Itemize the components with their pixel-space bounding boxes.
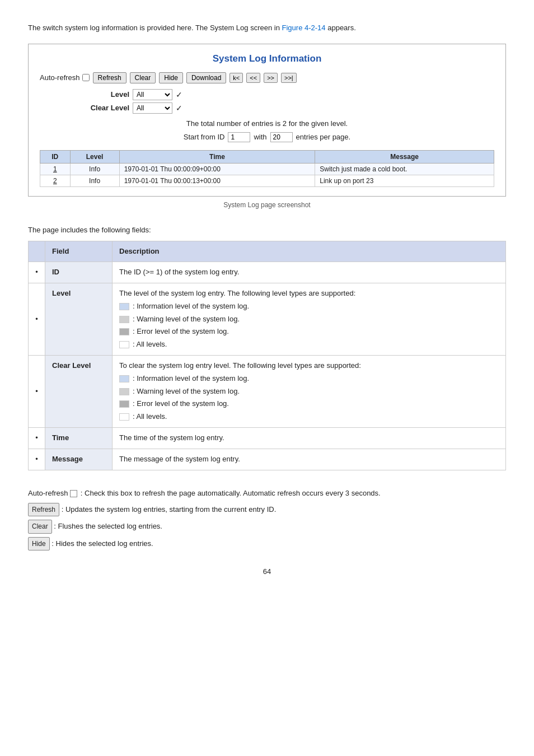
clear-level-checkmark: ✓ (176, 104, 182, 113)
fields-row: • ID The ID (>= 1) of the system log ent… (29, 262, 506, 283)
cell-message: Link up on port 23 (315, 175, 494, 186)
swatch-warn (119, 316, 129, 323)
field-desc-cell: The time of the system log entry. (113, 428, 506, 449)
field-desc-cell: The ID (>= 1) of the system log entry. (113, 262, 506, 283)
cell-time: 1970-01-01 Thu 00:00:13+00:00 (119, 175, 315, 186)
refresh-desc: Refresh : Updates the system log entries… (28, 503, 506, 516)
sub-item: : Warning level of the system log. (119, 386, 499, 398)
field-name: ID (45, 262, 113, 283)
bullet: • (29, 428, 45, 449)
level-select[interactable]: All Info Warning Error (133, 89, 172, 100)
field-desc: The ID (>= 1) of the system log entry. (119, 268, 239, 276)
swatch-error (119, 400, 129, 408)
level-label: Level (85, 90, 129, 99)
clear-desc-btn: Clear (28, 520, 52, 533)
sub-item-text: : Error level of the system log. (133, 326, 229, 338)
hide-desc-text: : Hides the selected log entries. (51, 539, 153, 548)
bullet: • (29, 283, 45, 356)
cell-time: 1970-01-01 Thu 00:00:09+00:00 (119, 163, 315, 175)
fields-header-desc: Description (113, 241, 506, 262)
with-label: with (254, 133, 266, 141)
cell-level: Info (70, 175, 119, 186)
hide-button[interactable]: Hide (159, 72, 183, 83)
swatch-error (119, 328, 129, 335)
auto-refresh-text: Auto-refresh (40, 73, 80, 82)
syslog-box: System Log Information Auto-refresh Refr… (28, 44, 506, 197)
refresh-desc-btn: Refresh (28, 503, 59, 516)
field-name: Level (45, 283, 113, 356)
cell-message: Switch just made a cold boot. (315, 163, 494, 175)
cell-id: 1 (40, 163, 71, 175)
swatch-warn (119, 388, 129, 395)
cell-id: 2 (40, 175, 71, 186)
col-time: Time (119, 150, 315, 163)
refresh-button[interactable]: Refresh (93, 72, 127, 83)
nav-prev-button[interactable]: << (246, 73, 260, 83)
intro-text: The switch system log information is pro… (28, 24, 282, 32)
sub-item-text: : All levels. (133, 339, 167, 351)
level-row: Level All Info Warning Error ✓ (85, 89, 494, 100)
field-name: Time (45, 428, 113, 449)
with-input[interactable] (270, 132, 293, 142)
field-desc: The message of the system log entry. (119, 455, 240, 463)
clear-level-select[interactable]: All Info Warning Error (133, 102, 172, 114)
desc-section: Auto-refresh : Check this box to refresh… (28, 487, 506, 550)
entries-label: entries per page. (296, 133, 351, 141)
clear-button[interactable]: Clear (130, 72, 156, 83)
sub-item: : Warning level of the system log. (119, 314, 499, 325)
fields-section-intro: The page includes the following fields: (28, 226, 506, 234)
sub-item: : All levels. (119, 339, 499, 351)
clear-desc: Clear : Flushes the selected log entries… (28, 520, 506, 533)
sub-item: : Information level of the system log. (119, 373, 499, 385)
toolbar: Auto-refresh Refresh Clear Hide Download… (40, 72, 494, 83)
info-text: The total number of entries is 2 for the… (40, 119, 494, 128)
intro-paragraph: The switch system log information is pro… (28, 22, 506, 34)
fields-row: • Clear Level To clear the system log en… (29, 356, 506, 428)
figure-link[interactable]: Figure 4-2-14 (282, 24, 326, 32)
field-name: Message (45, 449, 113, 470)
auto-refresh-desc: Auto-refresh : Check this box to refresh… (28, 487, 506, 500)
nav-next-button[interactable]: >> (264, 73, 278, 83)
col-id: ID (40, 150, 71, 163)
bullet: • (29, 262, 45, 283)
fields-header-name: Field (45, 241, 113, 262)
sub-item-text: : All levels. (133, 411, 167, 423)
field-desc: The time of the system log entry. (119, 433, 224, 442)
fields-row: • Time The time of the system log entry. (29, 428, 506, 449)
col-level: Level (70, 150, 119, 163)
col-message: Message (315, 150, 494, 163)
table-row: 1 Info 1970-01-01 Thu 00:00:09+00:00 Swi… (40, 163, 494, 175)
clear-desc-text: : Flushes the selected log entries. (54, 522, 162, 530)
intro-text2: appears. (326, 24, 356, 32)
swatch-info (119, 375, 129, 382)
start-from-input[interactable] (228, 132, 250, 142)
field-desc-cell: The level of the system log entry. The f… (113, 283, 506, 356)
sub-item: : All levels. (119, 411, 499, 423)
fields-header-bullet (29, 241, 45, 262)
page-number: 64 (28, 567, 506, 576)
sub-item-text: : Error level of the system log. (133, 398, 229, 410)
field-desc-cell: To clear the system log entry level. The… (113, 356, 506, 428)
table-header-row: ID Level Time Message (40, 150, 494, 163)
syslog-title: System Log Information (40, 53, 494, 64)
nav-last-button[interactable]: >>| (281, 73, 297, 83)
auto-refresh-desc-label: Auto-refresh (28, 489, 68, 497)
field-desc-cell: The message of the system log entry. (113, 449, 506, 470)
download-button[interactable]: Download (186, 72, 226, 83)
auto-refresh-checkbox[interactable] (82, 74, 90, 81)
auto-refresh-desc-checkbox (70, 490, 77, 497)
field-desc-main: To clear the system log entry level. The… (119, 361, 361, 370)
table-row: 2 Info 1970-01-01 Thu 00:00:13+00:00 Lin… (40, 175, 494, 186)
level-checkmark: ✓ (176, 90, 182, 99)
nav-first-button[interactable]: k< (229, 73, 243, 83)
sub-item-text: : Warning level of the system log. (133, 314, 240, 325)
start-row: Start from ID with entries per page. (40, 132, 494, 142)
auto-refresh-desc-text: : Check this box to refresh the page aut… (81, 489, 381, 497)
level-rows: Level All Info Warning Error ✓ Clear Lev… (85, 89, 494, 114)
auto-refresh-label: Auto-refresh (40, 73, 90, 82)
bullet: • (29, 356, 45, 428)
refresh-desc-text: : Updates the system log entries, starti… (62, 505, 277, 514)
sub-item-text: : Warning level of the system log. (133, 386, 240, 398)
sub-item: : Error level of the system log. (119, 398, 499, 410)
sub-item: : Error level of the system log. (119, 326, 499, 338)
